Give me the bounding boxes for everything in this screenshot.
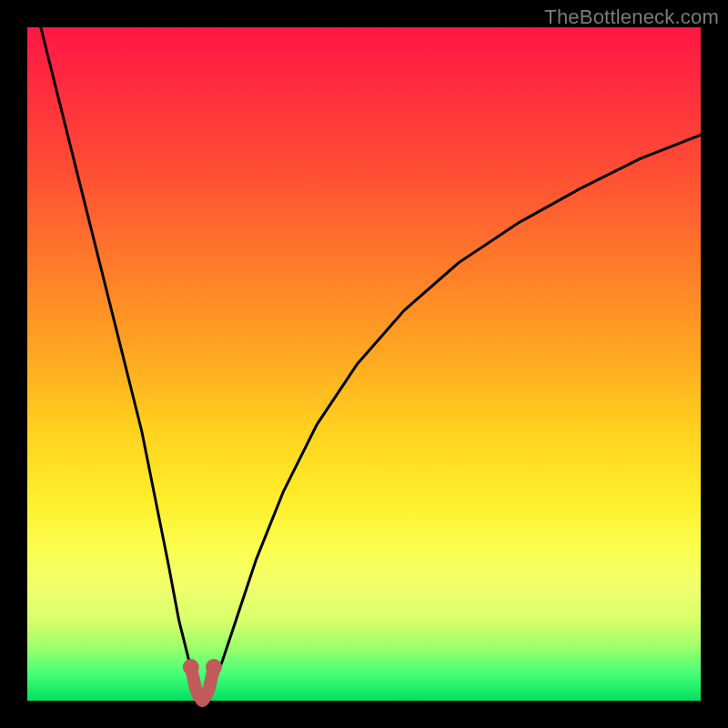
plot-area bbox=[27, 27, 701, 701]
optimal-range-start-dot bbox=[183, 659, 199, 675]
optimal-range-end-dot bbox=[206, 659, 222, 675]
bottleneck-curve bbox=[41, 27, 701, 701]
watermark-label: TheBottleneck.com bbox=[544, 5, 719, 29]
curve-layer bbox=[27, 27, 701, 701]
chart-frame: TheBottleneck.com bbox=[0, 0, 728, 728]
